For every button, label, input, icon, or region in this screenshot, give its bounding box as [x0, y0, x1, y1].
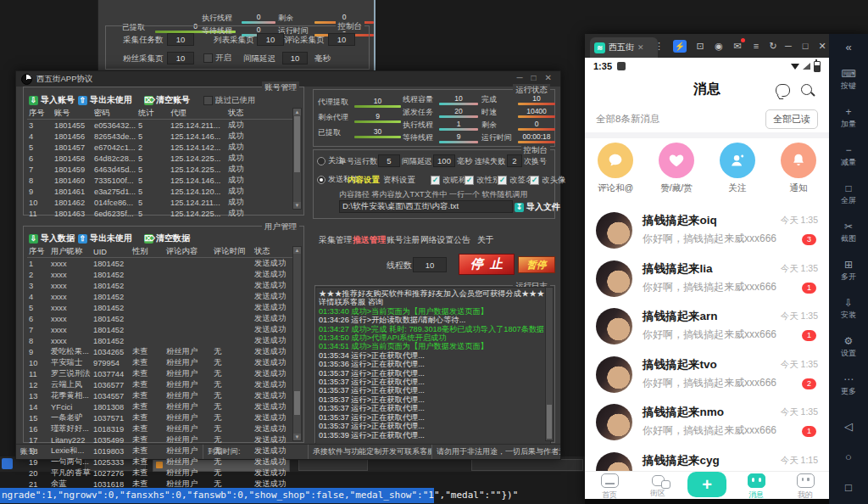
skip-used-checkbox[interactable]: 跳过已使用 — [203, 95, 256, 106]
taskbar-item[interactable] — [298, 459, 368, 471]
tab-menu-icon[interactable]: ⋮ — [654, 40, 661, 53]
tab-公告[interactable]: 公告 — [453, 235, 470, 246]
scroll-down-icon[interactable]: ▼ — [293, 202, 301, 209]
column-header[interactable]: 用户昵称 — [49, 246, 92, 258]
modify-改签名-checkbox[interactable]: ✓改签名 — [498, 175, 534, 186]
account-table-scrollbar[interactable]: ▲ ▼ — [292, 108, 302, 210]
scroll-up-icon[interactable]: ▲ — [293, 109, 301, 115]
table-row[interactable]: 718014596463d45d...5125.124.225...成功 — [27, 164, 292, 175]
pause-button[interactable]: 暂停 — [518, 256, 555, 273]
thread-count-input[interactable] — [413, 257, 447, 272]
menu-icon[interactable]: ≡ — [749, 40, 763, 53]
maximize-icon[interactable]: □ — [531, 73, 537, 82]
tab-推送管理[interactable]: 推送管理 — [353, 235, 386, 246]
table-row[interactable]: 11罗三说刑法1037744未查粉丝用户无发送成功 — [27, 368, 292, 379]
modify-改昵称-checkbox[interactable]: ✓改昵称 — [431, 175, 467, 186]
table-row[interactable]: 3xxxx1801452发送成功 — [27, 280, 292, 291]
table-row[interactable]: 1xxxx1801452发送成功 — [27, 258, 292, 270]
clear-data-button[interactable]: ⌦ 清空数据 — [144, 232, 190, 244]
content-settings-tab[interactable]: 内容设置 — [348, 175, 380, 186]
sidebar-volume-up[interactable]: +加量 — [829, 106, 868, 130]
column-header[interactable]: 代理 — [169, 108, 226, 120]
scroll-up-icon[interactable]: ▲ — [293, 247, 301, 254]
clear-accounts-button[interactable]: ⌦ 清空账号 — [144, 94, 190, 106]
nav-msgi[interactable]: 消息 — [737, 473, 776, 499]
table-row[interactable]: 9爱吃松果...1034265未查粉丝用户无发送成功 — [27, 346, 292, 357]
sidebar-screenshot[interactable]: ✂截图 — [829, 221, 868, 244]
column-header[interactable]: 状态 — [226, 108, 265, 120]
table-row[interactable]: 14YFcici1801308未查粉丝用户无发送成功 — [27, 401, 292, 412]
sidebar-settings[interactable]: ⚙设置 — [829, 335, 868, 359]
sidebar-keyboard[interactable]: ⌨按键 — [829, 68, 868, 92]
table-row[interactable]: 818014607335100f...5125.124.146...成功 — [27, 175, 292, 186]
collect-field-input[interactable] — [257, 33, 284, 46]
scroll-down-icon[interactable]: ▼ — [293, 434, 301, 440]
table-row[interactable]: 31801455e0536432...5125.124.211...成功 — [27, 120, 292, 132]
maximize-icon[interactable]: □ — [798, 40, 812, 53]
recent-icon[interactable]: □ — [829, 481, 868, 494]
table-row[interactable]: 91801461e3a275d1...5125.124.120...成功 — [27, 186, 292, 197]
table-row[interactable]: 13花季黄相...1034557未查粉丝用户无发送成功 — [27, 390, 292, 401]
profile-settings-tab[interactable]: 资料设置 — [383, 175, 415, 186]
log-scrollbar[interactable] — [545, 287, 554, 441]
taskbar-item[interactable] — [471, 459, 583, 471]
boost-icon[interactable]: ⚡ — [673, 40, 687, 53]
table-row[interactable]: 2xxxx1801452发送成功 — [27, 269, 292, 280]
minimize-icon[interactable]: ─ — [516, 73, 522, 82]
collapse-sidebar-icon[interactable]: « — [829, 41, 868, 53]
close-tab-icon[interactable]: ✕ — [637, 43, 644, 52]
column-header[interactable]: 状态 — [253, 246, 292, 258]
column-header[interactable]: 性别 — [131, 246, 164, 258]
sidebar-fullscreen[interactable]: □全屏 — [829, 182, 868, 206]
sidebar-multi-instance[interactable]: ⊞多开 — [829, 259, 868, 283]
search-icon[interactable] — [801, 84, 812, 95]
sidebar-install-apk[interactable]: ⇩安装 — [829, 297, 868, 321]
message-list-item[interactable]: 搞钱搞起来arn你好啊，搞钱搞起来威xxx666今天 1:351 — [585, 305, 829, 352]
table-row[interactable]: 4xxxx1801452发送成功 — [27, 291, 292, 302]
rotate-icon[interactable]: ↻ — [766, 40, 780, 53]
table-row[interactable]: 7xxxx1801452发送成功 — [27, 324, 292, 335]
column-header[interactable]: 账号 — [53, 108, 92, 120]
category-chat[interactable]: 评论和@ — [590, 143, 641, 194]
modify-改头像-checkbox[interactable]: ✓改头像 — [530, 175, 566, 186]
tab-采集管理[interactable]: 采集管理 — [319, 235, 352, 246]
compose-post-button[interactable]: + — [687, 472, 726, 497]
message-list-item[interactable]: 搞钱搞起来nmo你好啊，搞钱搞起来威xxx666今天 1:351 — [585, 400, 829, 448]
tab-账号注册[interactable]: 账号注册 — [387, 235, 420, 246]
run-log[interactable]: ★★★推荐好友购买软件和推荐好友加入会员您可获得分成★★★详情联系客服 咨询01… — [315, 287, 551, 445]
user-table-scrollbar[interactable]: ▲ ▼ — [292, 246, 302, 441]
table-row[interactable]: 20平凡的香草1027276未查粉丝用户无发送成功 — [27, 468, 292, 479]
table-row[interactable]: 10平安瑞士979954未查粉丝用户无发送成功 — [27, 357, 292, 368]
table-row[interactable]: 16瑾萃好好...1018319未查粉丝用户无发送成功 — [27, 423, 292, 434]
emulator-tab[interactable]: ≋ 西五街 ✕ — [590, 37, 658, 58]
home-icon[interactable]: ○ — [829, 451, 868, 463]
table-row[interactable]: 8xxxx1801452发送成功 — [27, 335, 292, 346]
back-icon[interactable]: ◁ — [829, 420, 868, 433]
message-list-item[interactable]: 搞钱搞起来tvo你好啊，搞钱搞起来威xxx666今天 1:352 — [585, 353, 829, 400]
table-row[interactable]: 41801456826543de...5125.124.146...成功 — [27, 131, 292, 142]
column-header[interactable]: 评论时间 — [212, 246, 253, 258]
enable-checkbox[interactable]: 开启 — [203, 53, 231, 64]
minimize-icon[interactable]: ─ — [782, 40, 795, 53]
run-count-input[interactable] — [378, 154, 400, 167]
column-header[interactable]: UID — [92, 246, 131, 258]
tab-网络设置[interactable]: 网络设置 — [420, 235, 453, 246]
import-accounts-button[interactable]: ⇩ 导入账号 — [29, 94, 75, 106]
column-header[interactable]: 序号 — [27, 108, 53, 120]
collect-field-input[interactable] — [328, 33, 355, 46]
message-settings-icon[interactable] — [776, 84, 790, 97]
content-path-input[interactable] — [339, 200, 513, 213]
export-unused-data-button[interactable]: ⇧ 导出未使用 — [78, 232, 132, 244]
mail-icon[interactable]: ✉ — [731, 40, 744, 53]
collect-field-input[interactable] — [167, 33, 194, 46]
sidebar-volume-down[interactable]: −减量 — [829, 144, 868, 168]
category-heart[interactable]: 赞/藏/赏 — [651, 143, 702, 194]
close-icon[interactable]: ✕ — [545, 73, 552, 82]
export-unused-accounts-button[interactable]: ⇧ 导出未使用 — [78, 94, 132, 106]
category-follow[interactable]: 关注 — [712, 143, 763, 194]
category-bell[interactable]: 通知 — [773, 143, 824, 194]
column-header[interactable]: 评论内容 — [164, 246, 212, 258]
import-file-button[interactable]: ↧ 导入文件 — [515, 201, 560, 213]
nav-street[interactable]: 街区 — [638, 473, 677, 499]
table-row[interactable]: 15一条老驴1037571未查粉丝用户无发送成功 — [27, 412, 292, 423]
